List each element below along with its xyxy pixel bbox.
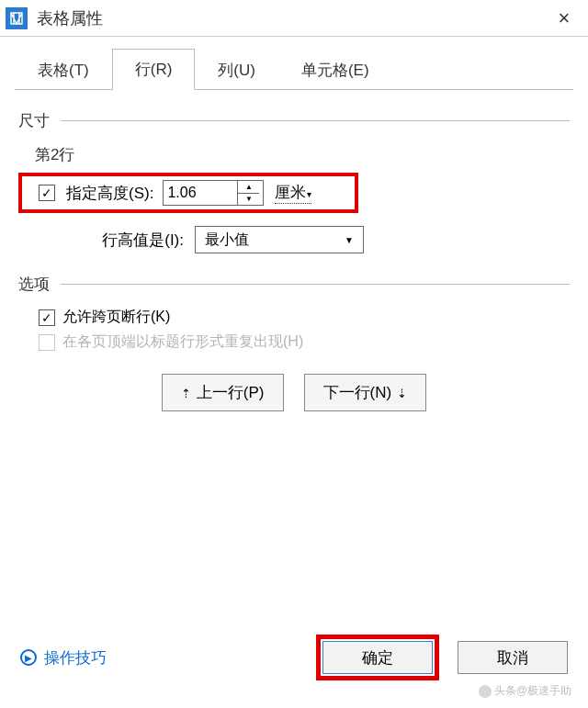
watermark-icon	[479, 685, 492, 698]
footer-buttons: 确定 取消	[316, 635, 568, 680]
allow-break-label: 允许跨页断行(K)	[62, 308, 170, 327]
tab-cell[interactable]: 单元格(E)	[278, 50, 392, 90]
ok-button[interactable]: 确定	[322, 641, 433, 674]
divider	[61, 120, 570, 121]
options-header-label: 选项	[18, 274, 50, 295]
spin-down-icon[interactable]: ▼	[238, 194, 259, 206]
titlebar: 表格属性 ×	[0, 0, 588, 37]
tips-link[interactable]: ▶ 操作技巧	[20, 647, 107, 669]
app-icon	[6, 7, 28, 29]
repeat-header-row: 在各页顶端以标题行形式重复出现(H)	[29, 332, 570, 352]
prev-row-button[interactable]: 上一行(P)	[162, 374, 284, 411]
highlight-height-group: 指定高度(S): ▲ ▼ 厘米	[18, 173, 358, 213]
arrow-up-icon	[181, 384, 191, 402]
highlight-ok-group: 确定	[316, 635, 439, 680]
close-button[interactable]: ×	[548, 6, 581, 30]
play-icon: ▶	[20, 649, 37, 666]
tab-table[interactable]: 表格(T)	[15, 50, 112, 90]
tips-label: 操作技巧	[44, 647, 107, 669]
row-height-is-label: 行高值是(I):	[46, 230, 184, 251]
specify-height-label: 指定高度(S):	[66, 183, 153, 204]
allow-break-checkbox[interactable]	[39, 309, 55, 326]
next-row-label: 下一行(N)	[323, 382, 392, 403]
size-header: 尺寸	[18, 110, 570, 131]
size-header-label: 尺寸	[18, 110, 50, 131]
repeat-header-checkbox	[39, 334, 55, 351]
height-input[interactable]	[164, 181, 237, 205]
allow-break-row: 允许跨页断行(K)	[29, 308, 570, 327]
cancel-label: 取消	[497, 647, 528, 669]
watermark-text: 头条@极速手助	[494, 683, 571, 699]
row-height-is-value: 最小值	[205, 230, 249, 250]
arrow-down-icon	[397, 384, 407, 402]
options-section: 选项 允许跨页断行(K) 在各页顶端以标题行形式重复出现(H) 上一行(P) 下…	[18, 274, 570, 411]
unit-dropdown[interactable]: 厘米	[275, 182, 311, 204]
footer: ▶ 操作技巧 确定 取消	[0, 635, 588, 680]
divider	[61, 284, 570, 285]
cancel-button[interactable]: 取消	[458, 641, 568, 674]
ok-label: 确定	[362, 647, 393, 669]
options-header: 选项	[18, 274, 570, 295]
watermark: 头条@极速手助	[479, 683, 571, 699]
dialog-content: 表格(T) 行(R) 列(U) 单元格(E) 尺寸 第2行 指定高度(S): ▲…	[0, 48, 588, 411]
height-spinner: ▲ ▼	[163, 180, 264, 206]
spin-up-icon[interactable]: ▲	[238, 181, 259, 194]
tab-column[interactable]: 列(U)	[195, 50, 278, 90]
row-nav-buttons: 上一行(P) 下一行(N)	[18, 374, 570, 411]
row-height-is-select[interactable]: 最小值	[195, 226, 364, 253]
specify-height-checkbox[interactable]	[39, 185, 55, 201]
current-row-label: 第2行	[35, 144, 570, 165]
size-section: 尺寸 第2行 指定高度(S): ▲ ▼ 厘米 行高值是(I): 最小值	[18, 110, 570, 253]
row-height-is-row: 行高值是(I): 最小值	[46, 226, 570, 253]
tab-bar: 表格(T) 行(R) 列(U) 单元格(E)	[15, 48, 573, 90]
window-title: 表格属性	[37, 7, 548, 29]
tab-row[interactable]: 行(R)	[112, 49, 196, 90]
spinner-buttons: ▲ ▼	[237, 181, 259, 205]
next-row-button[interactable]: 下一行(N)	[304, 374, 427, 411]
repeat-header-label: 在各页顶端以标题行形式重复出现(H)	[62, 332, 303, 352]
prev-row-label: 上一行(P)	[197, 382, 265, 403]
